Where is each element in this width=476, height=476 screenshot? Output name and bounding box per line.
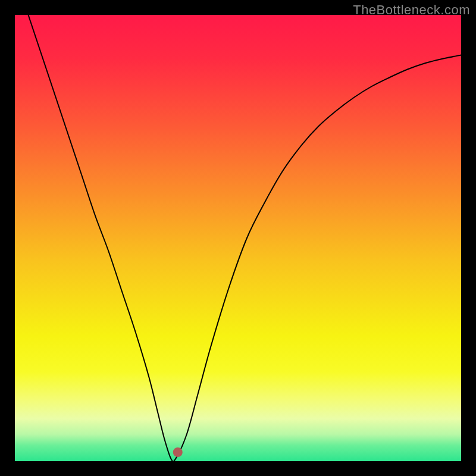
chart-frame: TheBottleneck.com (0, 0, 476, 476)
plot-area (15, 15, 461, 461)
chart-svg (15, 15, 461, 461)
notch-marker (173, 447, 183, 457)
gradient-background (15, 15, 461, 461)
watermark-text: TheBottleneck.com (353, 2, 470, 18)
